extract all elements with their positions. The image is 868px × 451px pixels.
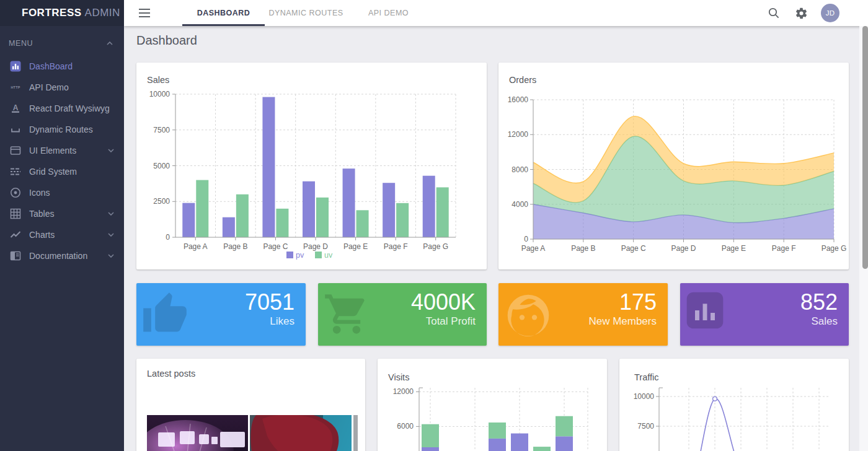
sidebar-menu-list: DashBoardHTTPAPI DemoAReact Draft Wysiwy…: [0, 56, 124, 266]
chevron-up-icon: [107, 42, 113, 45]
svg-text:HTTP: HTTP: [11, 85, 20, 89]
chevron-down-icon: [108, 254, 114, 258]
sidebar-section-menu[interactable]: MENU: [0, 31, 124, 56]
charts-icon: [10, 229, 21, 240]
dashboard-icon: [10, 61, 21, 72]
svg-text:Page E: Page E: [343, 242, 368, 251]
stat-value: 852: [800, 289, 838, 315]
stat-card-new-members: 175New Members: [498, 283, 668, 346]
sidebar-item-label: Icons: [29, 188, 114, 198]
sidebar-item-grid-system[interactable]: Grid System: [0, 161, 124, 182]
svg-text:7500: 7500: [153, 126, 170, 134]
menu-icon[interactable]: [137, 6, 152, 20]
sidebar-item-dashboard[interactable]: DashBoard: [0, 56, 124, 77]
orders-area-chart: 0400080001200016000Page APage BPage CPag…: [498, 63, 849, 269]
post-image-concert[interactable]: [147, 415, 248, 451]
post-image-balloon[interactable]: [250, 415, 352, 451]
post-image-partial: [353, 415, 358, 451]
avatar[interactable]: JD: [821, 4, 839, 22]
svg-text:A: A: [13, 103, 19, 112]
sidebar-item-icons[interactable]: Icons: [0, 182, 124, 203]
visits-bar-chart: 600012000: [378, 359, 607, 451]
orders-chart-card: Orders 0400080001200016000Page APage BPa…: [498, 63, 849, 269]
svg-text:Page B: Page B: [223, 242, 247, 251]
routes-icon: [10, 124, 21, 135]
gear-icon[interactable]: [794, 6, 808, 20]
svg-text:Page E: Page E: [722, 244, 746, 253]
svg-text:Page C: Page C: [621, 244, 646, 253]
vertical-scrollbar: [859, 26, 868, 451]
documentation-icon: [10, 250, 21, 261]
svg-text:4000: 4000: [512, 200, 528, 209]
sales-bar-chart: Page APage BPage CPage DPage EPage FPage…: [136, 84, 487, 269]
sidebar-item-label: DashBoard: [29, 61, 114, 71]
icons-icon: [10, 187, 21, 198]
page-title: Dashboard: [136, 33, 197, 48]
stat-value: 7051: [245, 289, 294, 315]
brand-logo: FORTRESS ADMIN: [0, 0, 124, 26]
sidebar-item-documentation[interactable]: Documentation: [0, 245, 124, 266]
svg-text:Page G: Page G: [423, 242, 448, 251]
wysiwyg-icon: A: [10, 103, 21, 114]
svg-text:5000: 5000: [153, 162, 170, 170]
svg-text:Page F: Page F: [772, 244, 796, 253]
chevron-down-icon: [108, 233, 114, 237]
sidebar-item-charts[interactable]: Charts: [0, 224, 124, 245]
scrollbar-thumb[interactable]: [862, 26, 868, 269]
cart-icon: [323, 291, 370, 340]
stat-card-total-profit: 4000KTotal Profit: [318, 283, 487, 346]
sidebar-item-react-draft-wysiwyg[interactable]: AReact Draft Wysiwyg: [0, 98, 124, 119]
svg-text:12000: 12000: [508, 130, 529, 139]
sales-chart-card: Sales Page APage BPage CPage DPage EPage…: [136, 63, 487, 269]
stat-label: Sales: [811, 315, 838, 328]
svg-text:7500: 7500: [637, 422, 654, 431]
search-icon[interactable]: [766, 6, 781, 20]
chevron-down-icon: [108, 149, 114, 152]
stat-value: 175: [619, 289, 657, 315]
svg-text:10000: 10000: [149, 90, 170, 99]
svg-text:2500: 2500: [153, 197, 170, 206]
sidebar-item-label: Tables: [29, 209, 108, 219]
sidebar-item-label: Charts: [29, 230, 108, 240]
sidebar-item-label: Documentation: [29, 251, 108, 261]
brand-name-bold: FORTRESS: [22, 7, 82, 19]
latest-posts-card: Latest posts: [136, 359, 365, 451]
stat-card-sales: 852Sales: [680, 283, 849, 346]
svg-text:0: 0: [166, 233, 170, 242]
sidebar-item-api-demo[interactable]: HTTPAPI Demo: [0, 77, 124, 98]
svg-text:Page D: Page D: [303, 242, 328, 251]
tab-dynamic-routes[interactable]: DYNAMIC ROUTES: [265, 0, 347, 26]
tables-icon: [10, 208, 21, 219]
thumb-up-icon: [141, 291, 188, 340]
traffic-chart-card: Traffic 750010000: [619, 359, 849, 451]
top-app-bar: DASHBOARDDYNAMIC ROUTESAPI DEMO JD: [124, 0, 868, 26]
stat-label: Likes: [270, 315, 294, 328]
sidebar-item-label: React Draft Wysiwyg: [29, 103, 114, 113]
svg-text:Page F: Page F: [384, 242, 408, 251]
svg-text:10000: 10000: [634, 392, 655, 401]
svg-text:pv: pv: [296, 251, 304, 260]
svg-text:Page A: Page A: [184, 242, 208, 251]
svg-text:16000: 16000: [508, 95, 529, 104]
stat-value: 4000K: [411, 289, 476, 315]
sidebar-item-dynamic-routes[interactable]: Dynamic Routes: [0, 119, 124, 140]
svg-text:Page D: Page D: [671, 244, 696, 253]
svg-text:Page C: Page C: [263, 242, 288, 251]
brand-name-light: ADMIN: [85, 7, 120, 19]
stat-label: New Members: [588, 315, 657, 328]
sidebar-section-label: MENU: [9, 39, 33, 48]
stat-card-likes: 7051Likes: [136, 283, 306, 346]
tab-api-demo[interactable]: API DEMO: [347, 0, 430, 26]
sidebar-item-tables[interactable]: Tables: [0, 203, 124, 224]
sidebar-item-ui-elements[interactable]: UI Elements: [0, 140, 124, 161]
http-icon: HTTP: [10, 82, 21, 93]
sidebar-item-label: Grid System: [29, 167, 114, 177]
chevron-down-icon: [108, 212, 114, 216]
top-actions: JD: [766, 0, 839, 26]
tab-dashboard[interactable]: DASHBOARD: [182, 0, 265, 26]
sidebar-item-label: API Demo: [29, 82, 114, 92]
face-icon: [503, 291, 553, 343]
sidebar-item-label: UI Elements: [29, 146, 108, 155]
grid-system-icon: [10, 166, 21, 177]
svg-text:6000: 6000: [397, 422, 414, 431]
